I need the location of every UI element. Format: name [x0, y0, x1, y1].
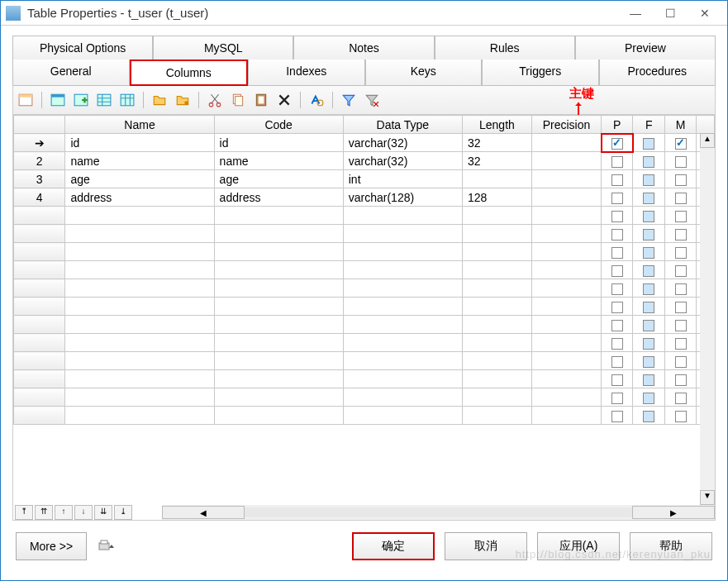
- table-row[interactable]: [14, 225, 715, 243]
- checkbox-f[interactable]: [643, 302, 654, 313]
- checkbox-m[interactable]: [675, 338, 687, 350]
- filter-clear-icon[interactable]: [363, 91, 381, 109]
- row-number[interactable]: 3: [14, 170, 65, 188]
- checkbox-p[interactable]: [611, 156, 623, 168]
- row-number[interactable]: [14, 298, 65, 316]
- checkbox-m[interactable]: [675, 193, 687, 204]
- tab-columns[interactable]: Columns: [130, 60, 249, 86]
- row-number[interactable]: [14, 334, 65, 352]
- checkbox-f[interactable]: [643, 393, 654, 404]
- scroll-track[interactable]: [245, 507, 632, 517]
- cell-m[interactable]: [664, 134, 696, 152]
- checkbox-p[interactable]: [611, 211, 623, 222]
- col-header-f[interactable]: F: [633, 116, 664, 134]
- checkbox-f[interactable]: [643, 211, 654, 222]
- checkbox-p[interactable]: [611, 320, 623, 331]
- row-number[interactable]: [14, 207, 65, 225]
- ok-button[interactable]: 确定: [352, 532, 435, 560]
- cell-datatype[interactable]: varchar(32): [343, 134, 462, 152]
- minimize-button[interactable]: —: [618, 3, 653, 23]
- cell-datatype[interactable]: int: [343, 170, 462, 188]
- checkbox-f[interactable]: [643, 320, 654, 331]
- tab-keys[interactable]: Keys: [365, 60, 483, 86]
- grid-icon[interactable]: [95, 91, 113, 109]
- cell-code[interactable]: age: [214, 170, 343, 188]
- tab-mysql[interactable]: MySQL: [153, 36, 293, 60]
- tab-preview[interactable]: Preview: [575, 36, 716, 60]
- row-number[interactable]: [14, 279, 65, 298]
- checkbox-m[interactable]: [675, 229, 687, 240]
- move-down-many-icon[interactable]: ⇊: [94, 505, 112, 520]
- cell-code[interactable]: name: [214, 152, 343, 170]
- checkbox-p[interactable]: [611, 356, 623, 368]
- checkbox-m[interactable]: [675, 211, 687, 222]
- insert-row-icon[interactable]: [49, 91, 67, 109]
- print-dropdown-icon[interactable]: [97, 536, 117, 556]
- cut-icon[interactable]: [206, 91, 224, 109]
- table-row[interactable]: [14, 279, 715, 298]
- tab-triggers[interactable]: Triggers: [482, 60, 599, 86]
- row-number[interactable]: 4: [14, 188, 65, 207]
- move-bottom-icon[interactable]: ⤓: [114, 505, 132, 520]
- find-icon[interactable]: [307, 91, 326, 109]
- col-header-p[interactable]: P: [602, 116, 633, 134]
- cell-m[interactable]: [664, 152, 696, 170]
- table-row[interactable]: [14, 243, 715, 261]
- checkbox-f[interactable]: [643, 265, 654, 277]
- table-row[interactable]: 3 age age int: [14, 170, 715, 188]
- checkbox-f[interactable]: [643, 229, 654, 240]
- scroll-up-icon[interactable]: ▲: [700, 133, 715, 148]
- scroll-down-icon[interactable]: ▼: [700, 490, 715, 505]
- col-header-m[interactable]: M: [664, 116, 696, 134]
- table-row[interactable]: [14, 334, 715, 352]
- folder-icon[interactable]: [150, 91, 169, 109]
- checkbox-m[interactable]: [675, 356, 687, 368]
- table-row[interactable]: [14, 207, 715, 225]
- horizontal-scrollbar[interactable]: ◀ ▶: [162, 505, 715, 520]
- checkbox-m[interactable]: [675, 283, 687, 295]
- cell-length[interactable]: [462, 170, 531, 188]
- cell-name[interactable]: name: [65, 152, 214, 170]
- table-row[interactable]: [14, 370, 715, 388]
- tab-physical-options[interactable]: Physical Options: [12, 36, 153, 60]
- cell-name[interactable]: age: [65, 170, 214, 188]
- checkbox-p[interactable]: [611, 265, 623, 277]
- checkbox-p[interactable]: [611, 393, 623, 404]
- delete-icon[interactable]: [275, 91, 293, 109]
- checkbox-f[interactable]: [643, 138, 654, 150]
- row-number[interactable]: [14, 261, 65, 279]
- add-row-icon[interactable]: [72, 91, 90, 109]
- row-number[interactable]: [14, 316, 65, 334]
- scroll-right-icon[interactable]: ▶: [632, 506, 715, 519]
- cell-m[interactable]: [664, 188, 696, 207]
- more-button[interactable]: More >>: [16, 532, 87, 560]
- cell-m[interactable]: [664, 170, 696, 188]
- checkbox-p[interactable]: [611, 338, 623, 350]
- checkbox-f[interactable]: [643, 338, 654, 350]
- checkbox-p[interactable]: [611, 411, 623, 422]
- row-number[interactable]: [14, 352, 65, 370]
- copy-icon[interactable]: [229, 91, 247, 109]
- checkbox-m[interactable]: [675, 138, 687, 150]
- cell-length[interactable]: 32: [462, 152, 531, 170]
- move-up-many-icon[interactable]: ⇈: [35, 505, 53, 520]
- columns-grid[interactable]: Name Code Data Type Length Precision P F…: [13, 115, 715, 425]
- row-number[interactable]: [14, 225, 65, 243]
- checkbox-p[interactable]: [611, 374, 623, 386]
- cell-f[interactable]: [633, 188, 664, 207]
- table-row[interactable]: [14, 261, 715, 279]
- cell-p[interactable]: [602, 134, 633, 152]
- checkbox-m[interactable]: [675, 320, 687, 331]
- filter-icon[interactable]: [340, 91, 358, 109]
- row-number[interactable]: ➔: [14, 134, 65, 152]
- checkbox-p[interactable]: [611, 302, 623, 313]
- checkbox-f[interactable]: [643, 174, 654, 186]
- checkbox-p[interactable]: [611, 229, 623, 240]
- paste-icon[interactable]: [252, 91, 270, 109]
- cell-length[interactable]: 128: [462, 188, 531, 207]
- checkbox-f[interactable]: [643, 283, 654, 295]
- checkbox-f[interactable]: [643, 374, 654, 386]
- vertical-scrollbar[interactable]: ▲ ▼: [700, 133, 715, 505]
- tab-notes[interactable]: Notes: [293, 36, 434, 60]
- table-row[interactable]: [14, 388, 715, 407]
